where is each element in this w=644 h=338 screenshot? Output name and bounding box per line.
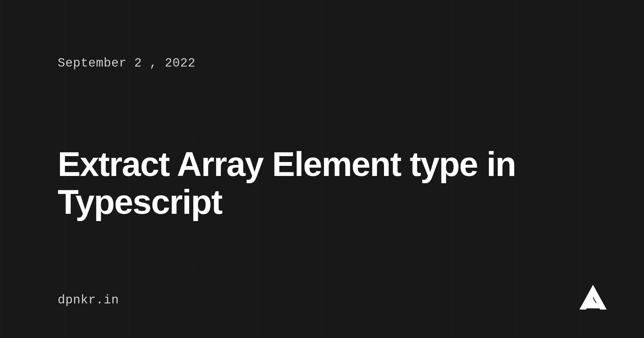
site-logo-icon (578, 283, 608, 313)
post-title: Extract Array Element type in Typescript (58, 145, 586, 221)
site-domain: dpnkr.in (58, 293, 119, 307)
post-date: September 2 , 2022 (58, 56, 586, 70)
